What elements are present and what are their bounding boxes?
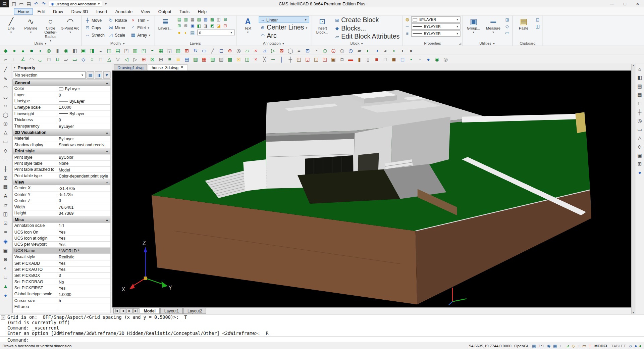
property-value[interactable]: No <box>57 279 110 285</box>
ucs-icon[interactable]: ▭ <box>582 343 586 348</box>
tool-icon[interactable]: □ <box>97 55 105 63</box>
tool-icon[interactable]: △ <box>1 128 10 137</box>
tool-icon[interactable]: △ <box>636 134 644 142</box>
tool-icon[interactable]: ◖ <box>390 46 398 54</box>
tool-icon[interactable]: ⊠ <box>148 55 156 63</box>
tool-icon[interactable]: ◎ <box>441 55 449 63</box>
tool-icon[interactable]: ● <box>1 291 10 300</box>
tool-icon[interactable]: ⊞ <box>183 46 191 54</box>
copy-button[interactable]: ⊡Copy <box>84 24 106 31</box>
property-value[interactable]: 0 <box>57 92 110 98</box>
section-header-general[interactable]: General▲ <box>13 80 110 86</box>
tool-icon[interactable]: ◇ <box>636 143 644 151</box>
tool-icon[interactable]: ┼ <box>286 55 294 63</box>
tool-icon[interactable]: ⊿ <box>260 46 268 54</box>
tool-icon[interactable]: ▭ <box>200 46 208 54</box>
bulb-icon[interactable]: ● <box>176 29 183 36</box>
tool-icon[interactable]: ◰ <box>122 46 130 54</box>
tool-icon[interactable]: ◗ <box>398 46 407 54</box>
property-value[interactable]: ByLayer <box>57 123 110 129</box>
tool-icon[interactable]: × <box>252 55 260 63</box>
3-point-arc-button[interactable]: ◠3-Point Arc▼ <box>61 16 79 43</box>
property-row-print-table-type[interactable]: Print table typeColor-dependent print st… <box>13 173 110 180</box>
menu-tools[interactable]: Tools <box>176 8 193 15</box>
tool-icon[interactable]: ◧ <box>71 46 79 54</box>
create-block-button[interactable]: ⊞Create Block <box>333 16 401 24</box>
paste-button[interactable]: ▤ Paste <box>514 16 533 31</box>
tool-icon[interactable]: ▽ <box>114 55 122 63</box>
tool-icon[interactable]: ◇ <box>504 23 511 30</box>
plot-icon[interactable]: ▤ <box>25 0 32 7</box>
tool-icon[interactable]: ⊡ <box>304 46 312 54</box>
property-value[interactable]: 0 <box>57 117 110 123</box>
tool-icon[interactable]: ◫ <box>105 46 113 54</box>
polar-icon[interactable]: ⊿ <box>566 343 569 348</box>
current-layer-combo[interactable]: 0▼ <box>197 30 235 35</box>
tool-icon[interactable]: ○ <box>88 55 96 63</box>
tool-icon[interactable]: ◠ <box>28 55 36 63</box>
tool-icon[interactable]: ▮ <box>53 46 61 54</box>
tool-icon[interactable]: ⊡ <box>1 218 10 227</box>
close-icon[interactable]: ✕ <box>180 65 183 69</box>
property-value[interactable]: 3 <box>57 273 110 279</box>
tool-icon[interactable]: ▷ <box>131 55 139 63</box>
section-header-misc[interactable]: Misc▲ <box>13 217 110 223</box>
property-value[interactable]: Yes <box>57 285 110 291</box>
section-header-3d-visualisation[interactable]: 3D Visualisation▲ <box>13 130 110 136</box>
property-row-set-pickadd[interactable]: Set PICKADDYes <box>13 260 110 267</box>
prev-tab-button[interactable]: ◀ <box>120 308 126 313</box>
tool-icon[interactable]: ◆ <box>2 46 10 54</box>
property-row-center-z[interactable]: Center Z0 <box>13 198 110 204</box>
tool-icon[interactable]: ▯ <box>364 55 372 63</box>
property-row-ucs-icon-on[interactable]: UCS icon OnYes <box>13 229 110 236</box>
tool-icon[interactable]: ▤ <box>636 82 644 90</box>
doc-tab-drawing1[interactable]: Drawing1.dwg <box>114 64 147 70</box>
first-tab-button[interactable]: |◀ <box>113 308 119 313</box>
property-value[interactable]: Yes <box>57 260 110 266</box>
toolbar-options-arrow[interactable]: ▼ <box>103 2 108 5</box>
tool-icon[interactable]: ⊓ <box>45 55 53 63</box>
annotation-scale-icon[interactable]: ▦ <box>532 343 536 348</box>
tool-icon[interactable]: ⊟ <box>534 16 541 23</box>
property-row-linetype-scale[interactable]: Linetype scale1.0000 <box>13 105 110 111</box>
tool-icon[interactable]: ◉ <box>1 237 10 245</box>
tool-icon[interactable]: △ <box>105 55 113 63</box>
tool-icon[interactable]: ≡ <box>295 46 303 54</box>
select-objects-icon[interactable]: ◨ <box>95 71 102 79</box>
tool-icon[interactable]: ◠ <box>1 83 10 92</box>
menu-view[interactable]: View <box>137 8 154 15</box>
tool-icon[interactable]: ⊞ <box>176 22 183 29</box>
tool-icon[interactable]: ∿ <box>1 74 10 83</box>
last-tab-button[interactable]: ▶| <box>133 308 139 313</box>
tool-icon[interactable]: ╱ <box>1 65 10 73</box>
tool-icon[interactable]: ◫ <box>243 55 251 63</box>
tool-icon[interactable]: ◘ <box>338 55 346 63</box>
tool-icon[interactable]: ▦ <box>157 46 165 54</box>
property-row-global-linetype-scale[interactable]: Global linetype scale1.0000 <box>13 292 110 298</box>
tool-icon[interactable]: ■ <box>28 46 36 54</box>
close-button[interactable]: ✕ <box>631 0 644 7</box>
mirror-button[interactable]: ⋈Mirror <box>107 24 128 31</box>
tool-icon[interactable]: ◔ <box>312 46 320 54</box>
property-row-width[interactable]: Width76.6401 <box>13 204 110 211</box>
trim-button[interactable]: ×Trim▼ <box>129 16 152 24</box>
tool-icon[interactable]: ▨ <box>217 55 225 63</box>
tool-icon[interactable]: ◐ <box>364 46 372 54</box>
tool-icon[interactable]: ◫ <box>534 23 541 30</box>
property-value[interactable]: Yes <box>57 229 110 235</box>
app-menu-button[interactable]: ▤ <box>0 0 9 7</box>
tool-icon[interactable]: ▧ <box>196 16 202 22</box>
tool-icon[interactable]: ◇ <box>79 55 87 63</box>
tool-icon[interactable]: ◎ <box>234 46 243 54</box>
tool-icon[interactable]: ◇ <box>1 146 10 155</box>
property-value[interactable]: ByColor <box>57 154 110 160</box>
text-button[interactable]: A Text ▼ <box>238 16 257 35</box>
tool-icon[interactable]: ▤ <box>114 46 122 54</box>
tab-model[interactable]: Model <box>140 308 160 314</box>
property-row-set-pickauto[interactable]: Set PICKAUTOYes <box>13 266 110 273</box>
menu-insert[interactable]: Insert <box>93 8 111 15</box>
property-row-fill-area[interactable]: Fill area <box>13 304 110 310</box>
tool-icon[interactable]: ≡ <box>1 228 10 236</box>
panel-footer-block[interactable]: Block▼ <box>311 42 402 46</box>
property-value[interactable] <box>57 304 110 310</box>
